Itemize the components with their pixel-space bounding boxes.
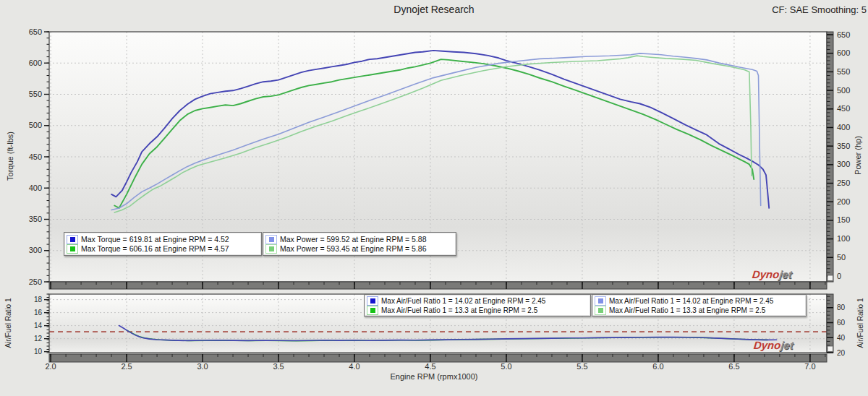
legend-entry-label: Max Air/Fuel Ratio 1 = 13.3 at Engine RP… bbox=[381, 306, 537, 315]
rpm-axis-label: Engine RPM (rpmx1000) bbox=[0, 372, 868, 381]
legend-entry: Max Power = 593.45 at Engine RPM = 5.86 bbox=[265, 244, 452, 254]
legend-run-color bbox=[370, 308, 375, 313]
legend-run-color bbox=[598, 308, 603, 313]
legend-run-swatch[interactable] bbox=[67, 235, 78, 244]
legend-entry-label: Max Power = 593.45 at Engine RPM = 5.86 bbox=[280, 244, 427, 254]
svg-text:100: 100 bbox=[837, 234, 850, 243]
legend-entry: Max Air/Fuel Ratio 1 = 14.02 at Engine R… bbox=[595, 296, 802, 306]
dyno-charts-canvas: 2503003504004505005506006500501001502002… bbox=[0, 0, 868, 396]
dynojet-watermark: Dynojet bbox=[753, 339, 794, 351]
svg-text:600: 600 bbox=[29, 59, 42, 67]
svg-text:2.5: 2.5 bbox=[121, 362, 132, 371]
legend-entry: Max Power = 599.52 at Engine RPM = 5.88 bbox=[265, 235, 452, 244]
svg-text:14: 14 bbox=[34, 322, 43, 330]
svg-text:300: 300 bbox=[29, 246, 42, 254]
svg-text:150: 150 bbox=[837, 215, 850, 224]
svg-text:16: 16 bbox=[34, 309, 43, 317]
svg-text:5.0: 5.0 bbox=[501, 362, 511, 371]
legend-run-swatch[interactable] bbox=[265, 244, 277, 254]
legend-entry: Max Torque = 606.16 at Engine RPM = 4.57 bbox=[67, 244, 258, 254]
legend-box-max-power: Max Power = 599.52 at Engine RPM = 5.88M… bbox=[263, 232, 456, 256]
legend-run-color bbox=[269, 237, 274, 242]
svg-text:3.0: 3.0 bbox=[197, 362, 208, 371]
legend-entry: Max Air/Fuel Ratio 1 = 13.3 at Engine RP… bbox=[595, 306, 802, 315]
legend-run-color bbox=[70, 246, 75, 251]
svg-text:650: 650 bbox=[837, 30, 850, 39]
svg-text:4.0: 4.0 bbox=[349, 362, 359, 371]
svg-text:40: 40 bbox=[837, 334, 846, 342]
svg-text:300: 300 bbox=[837, 160, 850, 168]
legend-box-afr-left: Max Air/Fuel Ratio 1 = 14.02 at Engine R… bbox=[364, 294, 591, 317]
legend-run-color bbox=[370, 298, 375, 304]
svg-text:500: 500 bbox=[837, 86, 850, 95]
svg-text:350: 350 bbox=[29, 215, 42, 223]
afr-right-axis-label: Air/Fuel Ratio 1 bbox=[856, 298, 864, 348]
dynojet-watermark: Dynojet bbox=[752, 268, 793, 280]
legend-run-color bbox=[70, 237, 75, 242]
svg-text:200: 200 bbox=[837, 197, 850, 206]
svg-text:6.5: 6.5 bbox=[728, 362, 739, 371]
svg-text:60: 60 bbox=[837, 319, 846, 327]
legend-box-max-torque: Max Torque = 619.81 at Engine RPM = 4.52… bbox=[64, 232, 262, 256]
svg-text:6.0: 6.0 bbox=[652, 362, 663, 371]
legend-run-swatch[interactable] bbox=[595, 296, 606, 306]
svg-text:80: 80 bbox=[837, 304, 846, 311]
legend-entry-label: Max Air/Fuel Ratio 1 = 14.02 at Engine R… bbox=[609, 296, 773, 306]
correction-smoothing-label: CF: SAE Smoothing: 5 bbox=[772, 4, 867, 15]
svg-text:550: 550 bbox=[837, 67, 850, 76]
legend-entry-label: Max Torque = 619.81 at Engine RPM = 4.52 bbox=[81, 235, 229, 244]
svg-text:0: 0 bbox=[837, 272, 841, 280]
svg-text:10: 10 bbox=[34, 348, 43, 356]
afr-left-axis-label: Air/Fuel Ratio 1 bbox=[4, 298, 12, 348]
svg-text:50: 50 bbox=[837, 253, 846, 262]
svg-text:450: 450 bbox=[29, 152, 42, 161]
svg-text:350: 350 bbox=[837, 142, 850, 150]
svg-text:400: 400 bbox=[29, 184, 42, 192]
svg-text:7.0: 7.0 bbox=[804, 362, 815, 371]
legend-entry: Max Air/Fuel Ratio 1 = 13.3 at Engine RP… bbox=[367, 306, 587, 315]
legend-box-afr-right: Max Air/Fuel Ratio 1 = 14.02 at Engine R… bbox=[592, 294, 807, 317]
legend-entry-label: Max Air/Fuel Ratio 1 = 14.02 at Engine R… bbox=[381, 296, 545, 306]
legend-run-swatch[interactable] bbox=[367, 306, 378, 315]
svg-text:18: 18 bbox=[34, 296, 43, 304]
legend-run-color bbox=[269, 246, 274, 251]
svg-text:500: 500 bbox=[29, 121, 42, 129]
legend-entry-label: Max Air/Fuel Ratio 1 = 13.3 at Engine RP… bbox=[609, 306, 765, 315]
svg-text:12: 12 bbox=[34, 335, 43, 343]
svg-text:650: 650 bbox=[29, 27, 42, 36]
legend-run-swatch[interactable] bbox=[265, 235, 277, 244]
legend-run-swatch[interactable] bbox=[367, 296, 378, 306]
svg-text:450: 450 bbox=[837, 104, 850, 113]
power-axis-label: Power (hp) bbox=[854, 136, 862, 175]
legend-run-color bbox=[598, 298, 603, 304]
svg-text:550: 550 bbox=[29, 90, 42, 98]
svg-text:400: 400 bbox=[837, 123, 850, 132]
legend-run-swatch[interactable] bbox=[67, 244, 78, 254]
dyno-graph-window: 2503003504004505005506006500501001502002… bbox=[0, 0, 868, 396]
legend-entry-label: Max Power = 599.52 at Engine RPM = 5.88 bbox=[280, 235, 427, 244]
legend-entry: Max Air/Fuel Ratio 1 = 14.02 at Engine R… bbox=[367, 296, 587, 306]
svg-text:2.0: 2.0 bbox=[45, 362, 56, 371]
legend-entry-label: Max Torque = 606.16 at Engine RPM = 4.57 bbox=[81, 244, 229, 254]
torque-axis-label: Torque (ft-lbs) bbox=[6, 132, 14, 181]
svg-text:250: 250 bbox=[29, 277, 42, 286]
page-title: Dynojet Research bbox=[0, 4, 868, 15]
legend-run-swatch[interactable] bbox=[595, 306, 606, 315]
svg-text:600: 600 bbox=[837, 48, 850, 57]
svg-text:5.5: 5.5 bbox=[576, 362, 587, 371]
legend-entry: Max Torque = 619.81 at Engine RPM = 4.52 bbox=[67, 235, 258, 244]
svg-text:250: 250 bbox=[837, 178, 850, 187]
svg-text:3.5: 3.5 bbox=[273, 362, 284, 371]
svg-text:4.5: 4.5 bbox=[425, 362, 435, 371]
svg-text:20: 20 bbox=[837, 349, 846, 357]
